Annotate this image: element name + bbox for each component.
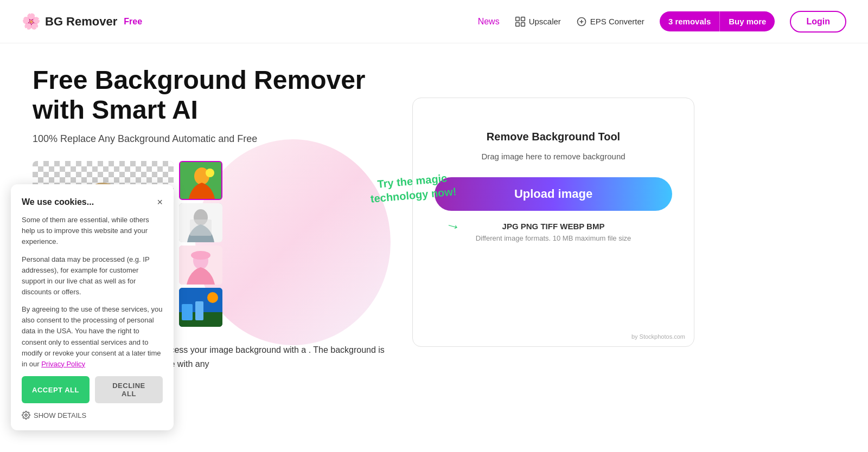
privacy-policy-link[interactable]: Privacy Policy <box>41 360 85 368</box>
header: 🌸 BG Remover Free News Upscaler EPS Conv… <box>0 0 868 43</box>
cookie-banner: We use cookies... × Some of them are ess… <box>11 184 174 371</box>
logo-icon: 🌸 <box>22 12 41 30</box>
eps-icon <box>576 16 587 27</box>
upload-card-title: Remove Background Tool <box>435 131 672 143</box>
supported-formats: JPG PNG TIFF WEBP BMP <box>435 222 672 231</box>
pink-bg-decoration <box>195 139 391 345</box>
right-panel: Try the magic technology now! → Remove B… <box>412 65 694 371</box>
upscaler-icon <box>515 16 526 27</box>
cookie-text-3: By agreeing to the use of these services… <box>22 304 163 370</box>
svg-point-27 <box>191 251 210 260</box>
login-button[interactable]: Login <box>790 11 846 33</box>
svg-rect-0 <box>515 17 519 21</box>
thumbnail-4[interactable] <box>179 288 222 327</box>
svg-rect-32 <box>195 301 203 320</box>
logo-free-badge: Free <box>124 17 142 27</box>
svg-rect-31 <box>182 304 193 320</box>
thumbnail-grid <box>179 161 222 327</box>
upload-card-subtitle: Drag image here to remove background <box>435 152 672 161</box>
nav: News Upscaler EPS Converter 3 removals B… <box>478 11 846 33</box>
magic-arrow: → <box>443 216 462 236</box>
cookie-text-1: Some of them are essential, while others… <box>22 215 163 247</box>
upload-image-button[interactable]: Upload image <box>435 177 672 211</box>
nav-eps-link[interactable]: EPS Converter <box>576 16 644 27</box>
svg-rect-24 <box>190 219 212 236</box>
buy-more-label: Buy more <box>720 11 775 31</box>
hero-subtitle: 100% Replace Any Background Automatic an… <box>33 133 391 145</box>
nav-news-link[interactable]: News <box>478 17 500 27</box>
cookie-text-2: Personal data may be processed (e.g. IP … <box>22 254 163 298</box>
removals-button[interactable]: 3 removals Buy more <box>660 11 775 31</box>
hero-title: Free Background Remover with Smart AI <box>33 65 391 125</box>
svg-rect-2 <box>515 22 519 26</box>
logo-area: 🌸 BG Remover Free <box>22 12 142 30</box>
upscaler-label: Upscaler <box>529 17 561 26</box>
thumbnail-3[interactable] <box>179 246 222 285</box>
stockphotos-credit: by Stockphotos.com <box>631 333 685 340</box>
thumbnail-2[interactable] <box>179 203 222 242</box>
logo-text: BG Remover <box>45 15 117 29</box>
cookie-title: We use cookies... <box>22 197 94 207</box>
cookie-close-button[interactable]: × <box>157 197 163 207</box>
nav-upscaler-link[interactable]: Upscaler <box>515 16 561 27</box>
thumbnail-1[interactable] <box>179 161 222 200</box>
svg-point-21 <box>206 169 214 177</box>
cookie-header: We use cookies... × <box>22 197 163 207</box>
upload-card: Try the magic technology now! → Remove B… <box>412 98 694 347</box>
eps-label: EPS Converter <box>590 17 644 26</box>
svg-point-30 <box>207 292 218 303</box>
format-note: Different image formats. 10 MB maximum f… <box>435 234 672 242</box>
removals-count: 3 removals <box>660 11 720 31</box>
svg-rect-1 <box>521 17 525 21</box>
svg-rect-3 <box>521 22 525 26</box>
